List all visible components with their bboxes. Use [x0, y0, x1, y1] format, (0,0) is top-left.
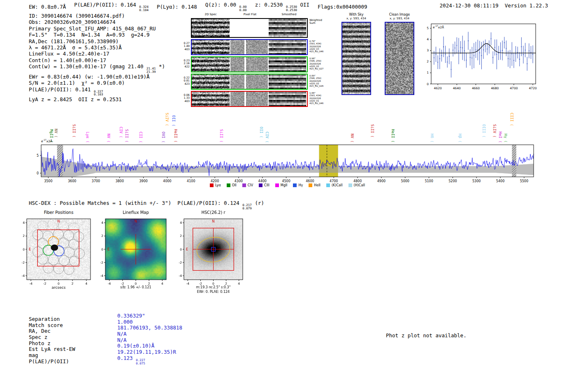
svg-text:4200: 4200 — [211, 179, 219, 183]
legend-item: (H)CaII — [348, 183, 365, 187]
hi-lo-stack: 21.4121.39 — [146, 67, 156, 74]
svg-text:3500: 3500 — [44, 179, 52, 183]
compass-east-label: E — [107, 248, 109, 251]
info-line: Cont(w) = 1.30(±0.01)e-17 (gmag 21.40 21… — [29, 63, 165, 74]
info-line: Cont(n) = 1.40(±0.00)e-17 — [29, 57, 165, 63]
spec2d-image — [192, 74, 230, 89]
legend-swatch — [259, 183, 262, 187]
svg-text:4500: 4500 — [282, 179, 290, 183]
smoothed-image — [269, 92, 306, 106]
svg-text:0: 0 — [212, 282, 214, 285]
match-field-label: Match score — [29, 322, 75, 329]
source-blob — [51, 244, 58, 251]
clean-image-title: Clean Image — [384, 13, 415, 17]
svg-text:-4: -4 — [186, 282, 190, 285]
hsc-image-xlabel: m:19.3 re:2.5" s:0.3" — [184, 285, 243, 289]
text-pre: Cont(w) = 1.30(±0.01)e-17 (gmag 21.40 — [29, 63, 146, 70]
text-pre: HSC-DEX : Possible Matches = 1 (within +… — [29, 200, 242, 206]
hi-lo-stack: 0.000.00 — [239, 5, 247, 12]
emission-line-label: OIII ( — [482, 124, 486, 138]
svg-text:4: 4 — [86, 282, 88, 285]
svg-text:5400: 5400 — [496, 179, 504, 183]
svg-text:4660: 4660 — [472, 86, 480, 90]
svg-text:4000: 4000 — [163, 179, 171, 183]
emission-line-label: NV ( — [54, 129, 58, 138]
legend-item: Hγ — [293, 183, 303, 187]
with-sky-panel: With Sky x, y: 593, 434 — [341, 13, 372, 95]
info-line: Primary Spec_Slot_IFU_AMP: 415_048_067_R… — [29, 26, 165, 32]
svg-text:4: 4 — [23, 221, 25, 225]
svg-text:-2: -2 — [179, 261, 182, 264]
smoothed-image — [269, 74, 306, 89]
text-post: *) — [156, 63, 165, 70]
svg-text:4: 4 — [101, 221, 103, 225]
lo-value: 0.00 — [239, 9, 247, 12]
legend-label: Hγ — [298, 183, 303, 187]
emission-line-label: SiIV ( — [165, 113, 169, 126]
svg-text:2: 2 — [427, 60, 429, 63]
svg-text:4720: 4720 — [529, 86, 537, 90]
match-field-value: 0.123 0.2270.075 — [117, 355, 182, 362]
emission-line-label: SiII ( — [370, 124, 374, 138]
legend-item: (K)CaII — [326, 183, 343, 187]
fiber-circle — [43, 263, 53, 273]
legend-label: CIII — [264, 183, 269, 187]
photz-note: Phot z plot not available. — [386, 332, 467, 339]
pixelflat-image — [230, 74, 268, 89]
match-table-values: 0.336329"1.000181.706193, 50.338818N/AN/… — [117, 313, 182, 362]
col-header-smoothed: Smoothed — [270, 13, 308, 16]
masked-band — [512, 145, 516, 177]
fiber-row-left-labels: 0.061.33403 — [181, 94, 190, 103]
match-field-value: 0.336329" — [117, 313, 182, 319]
svg-text:4620: 4620 — [434, 86, 442, 90]
svg-text:5000: 5000 — [401, 179, 409, 183]
text-pre: 0.123 — [117, 355, 136, 361]
svg-text:2: 2 — [101, 234, 103, 238]
legend-swatch — [309, 183, 312, 187]
legend-item: HeII — [309, 183, 321, 187]
lo-value: 0.103 — [94, 93, 103, 96]
hsc-image-overlay: -4-4-2-2002244NE — [168, 209, 261, 293]
with-sky-title: With Sky — [341, 13, 372, 17]
hi-lo-stack: 0.2270.103 — [94, 90, 103, 97]
hsc-dex-match-line: HSC-DEX : Possible Matches = 1 (within +… — [29, 200, 264, 210]
match-field-value: N/A — [117, 331, 182, 337]
with-sky-image — [341, 22, 371, 95]
fiber-circle — [33, 247, 43, 257]
info-line: LineFlux = 4.50(±2.40)e-17 — [29, 51, 165, 57]
fiber-row-images — [191, 39, 308, 55]
svg-text:0: 0 — [101, 248, 103, 251]
compass-east-label: E — [29, 248, 31, 251]
svg-text:3600: 3600 — [68, 179, 76, 183]
info-line: Obs: 20200326v020_3090146674 — [29, 19, 165, 25]
svg-text:0: 0 — [23, 248, 25, 251]
svg-text:4100: 4100 — [187, 179, 195, 183]
spec2d-image — [192, 92, 230, 106]
svg-text:2: 2 — [148, 282, 150, 285]
spec2d-panel: 2D Spec Pixel Flat Smoothed WeightedSum0… — [181, 13, 331, 108]
svg-text:4300: 4300 — [235, 179, 243, 183]
fiber-circle — [63, 230, 74, 241]
hi-lo-stack: 0.2270.075 — [136, 359, 145, 365]
fiber-row-left-labels: 0.220.81423 — [181, 77, 190, 86]
pixelflat-image — [230, 92, 268, 106]
emission-line-label: CIII ( — [510, 113, 514, 126]
svg-text:0: 0 — [135, 282, 137, 285]
lo-value: 0.104 — [139, 9, 149, 12]
qz-value: Q(z): 0.00 0.000.00 — [205, 2, 247, 12]
match-field-value: 0.19(±0.10)Å — [117, 343, 182, 349]
legend-label: (K)CaII — [332, 183, 343, 187]
match-field-label: P(LAE)/P(OII) — [29, 359, 75, 365]
svg-text:3800: 3800 — [116, 179, 124, 183]
match-field-value: 1.000 — [117, 319, 182, 325]
info-line: EWr = 0.83(±0.44) (w: -1.90(±0.01)e19)Å — [29, 74, 165, 80]
legend-swatch — [348, 183, 352, 187]
info-line: RA,Dec (181.706161,50.338909) — [29, 38, 165, 44]
svg-text:5: 5 — [37, 154, 39, 158]
spectrum-legend: LyαOIICIVCIIIMgIIHγHeII(K)CaII(H)CaII — [41, 183, 534, 187]
clean-image-coords: x, y: 593, 434 — [384, 17, 415, 21]
legend-label: (H)CaII — [354, 183, 365, 187]
fiber-circle — [69, 239, 79, 249]
detection-info-block: ID: 3090146674 (3090146674.pdf)Obs: 2020… — [29, 13, 165, 103]
ew-value: EW: 0.8±0.7Å — [29, 4, 66, 10]
